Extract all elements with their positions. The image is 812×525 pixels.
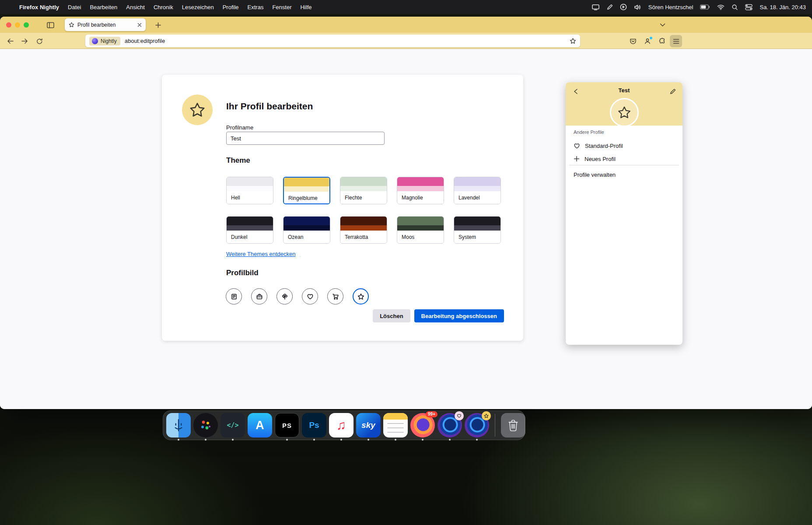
theme-heading: Theme bbox=[226, 156, 250, 165]
trash-icon bbox=[501, 413, 525, 438]
wifi-icon[interactable] bbox=[717, 4, 724, 10]
dock-icon-photoshop-beta[interactable]: PS bbox=[275, 413, 299, 438]
account-icon[interactable] bbox=[641, 35, 654, 47]
dock-icon-app-store[interactable]: A bbox=[248, 413, 272, 438]
theme-card-lavendel[interactable]: Lavendel bbox=[454, 177, 501, 204]
menu-profile[interactable]: Profile bbox=[218, 4, 243, 10]
heart-icon bbox=[574, 143, 580, 149]
theme-label: Dunkel bbox=[227, 231, 273, 243]
theme-card-hell[interactable]: Hell bbox=[226, 177, 273, 204]
tab-close-icon[interactable] bbox=[137, 23, 142, 27]
photoshop-icon: Ps bbox=[302, 413, 326, 438]
theme-card-magnolie[interactable]: Magnolie bbox=[397, 177, 444, 204]
theme-card-ozean[interactable]: Ozean bbox=[283, 216, 330, 244]
dock-icon-trash[interactable] bbox=[501, 413, 525, 438]
dock-icon-firefox[interactable]: 99+ bbox=[410, 413, 435, 438]
new-tab-button[interactable] bbox=[153, 20, 163, 30]
menubar-app-name[interactable]: Firefox Nightly bbox=[15, 4, 63, 10]
theme-strip bbox=[227, 225, 273, 231]
music-note-glyph: ♫ bbox=[336, 418, 346, 433]
done-button[interactable]: Bearbeitung abgeschlossen bbox=[414, 309, 504, 322]
theme-card-flechte[interactable]: Flechte bbox=[340, 177, 387, 204]
theme-strip bbox=[227, 177, 273, 186]
menu-lesezeichen[interactable]: Lesezeichen bbox=[178, 4, 218, 10]
panel-edit-pencil-icon[interactable] bbox=[667, 86, 678, 97]
sky-glyph: sky bbox=[361, 420, 375, 430]
page-content: Ihr Profil bearbeiten Profilname Theme H… bbox=[0, 49, 812, 409]
tab-bar: Profil bearbeiten bbox=[0, 17, 812, 33]
menu-bearbeiten[interactable]: Bearbeiten bbox=[85, 4, 122, 10]
avatar-option-briefcase[interactable] bbox=[251, 288, 267, 304]
identity-badge[interactable]: Nightly bbox=[89, 37, 120, 46]
menu-chronik[interactable]: Chronik bbox=[149, 4, 178, 10]
theme-card-system[interactable]: System bbox=[454, 216, 501, 244]
battery-icon[interactable] bbox=[700, 4, 710, 10]
menu-fenster[interactable]: Fenster bbox=[268, 4, 296, 10]
menu-datei[interactable]: Datei bbox=[63, 4, 85, 10]
bookmark-star-icon[interactable] bbox=[570, 38, 576, 44]
theme-card-terrakotta[interactable]: Terrakotta bbox=[340, 216, 387, 244]
forward-button[interactable] bbox=[18, 35, 31, 47]
delete-button[interactable]: Löschen bbox=[373, 309, 410, 322]
appstore-glyph: A bbox=[256, 419, 264, 432]
url-bar[interactable]: Nightly about:editprofile bbox=[85, 35, 580, 47]
theme-row-2: Dunkel Ozean Terrakotta Moos bbox=[226, 216, 501, 244]
discover-themes-link[interactable]: Weitere Themes entdecken bbox=[226, 251, 296, 257]
menu-ansicht[interactable]: Ansicht bbox=[122, 4, 149, 10]
finder-icon bbox=[166, 413, 191, 438]
dock-icon-notes[interactable] bbox=[383, 413, 408, 438]
avatar-option-flower[interactable] bbox=[276, 288, 293, 304]
theme-strip bbox=[284, 217, 330, 225]
dock-icon-code-editor[interactable]: </> bbox=[220, 413, 245, 438]
dock-icon-music[interactable]: ♫ bbox=[329, 413, 354, 438]
navigation-bar: Nightly about:editprofile bbox=[0, 33, 812, 49]
pocket-icon[interactable] bbox=[627, 35, 639, 47]
close-window-button[interactable] bbox=[6, 22, 11, 28]
profile-name-input[interactable] bbox=[226, 132, 385, 145]
zoom-window-button[interactable] bbox=[24, 22, 29, 28]
avatar-option-cart[interactable] bbox=[327, 288, 343, 304]
menubar-clock[interactable]: Sa. 18. Jän. 20:43 bbox=[760, 4, 806, 10]
list-all-tabs-icon[interactable] bbox=[657, 20, 668, 30]
extensions-icon[interactable] bbox=[656, 35, 668, 47]
theme-strip bbox=[454, 217, 500, 225]
dock-icon-color-sim[interactable] bbox=[193, 413, 218, 438]
search-icon[interactable] bbox=[732, 4, 738, 10]
theme-card-dunkel[interactable]: Dunkel bbox=[226, 216, 273, 244]
screen-mirroring-icon[interactable] bbox=[592, 4, 599, 10]
avatar-option-heart[interactable] bbox=[302, 288, 318, 304]
hamburger-menu-icon[interactable] bbox=[670, 35, 682, 47]
minimize-window-button[interactable] bbox=[15, 22, 20, 28]
edit-profile-card: Ihr Profil bearbeiten Profilname Theme H… bbox=[162, 75, 523, 341]
menu-extras[interactable]: Extras bbox=[243, 4, 268, 10]
sidebar-toggle-icon[interactable] bbox=[45, 20, 56, 30]
dock-separator bbox=[495, 414, 495, 437]
panel-profile-title: Test bbox=[566, 87, 682, 94]
profile-item-standard[interactable]: Standard-Profil bbox=[569, 139, 679, 152]
dock-icon-firefox-nightly-star[interactable] bbox=[465, 413, 489, 438]
profile-item-label: Standard-Profil bbox=[585, 143, 623, 149]
dock-icon-finder[interactable] bbox=[166, 413, 191, 438]
play-status-icon[interactable] bbox=[620, 4, 627, 10]
tab-favicon-star bbox=[69, 22, 74, 28]
manage-profiles-item[interactable]: Profile verwalten bbox=[569, 168, 679, 181]
avatar-option-book[interactable] bbox=[226, 288, 242, 304]
reload-button[interactable] bbox=[33, 35, 46, 47]
menubar-username[interactable]: Sören Hentzschel bbox=[648, 4, 693, 10]
volume-icon[interactable] bbox=[634, 4, 641, 10]
control-center-icon[interactable] bbox=[745, 4, 752, 10]
menu-hilfe[interactable]: Hilfe bbox=[296, 4, 316, 10]
dock-icon-firefox-nightly-heart[interactable] bbox=[438, 413, 462, 438]
theme-card-ringelblume[interactable]: Ringelblume bbox=[283, 177, 330, 204]
back-button[interactable] bbox=[4, 35, 17, 47]
dock-icon-sky[interactable]: sky bbox=[356, 413, 381, 438]
identity-badge-label: Nightly bbox=[101, 38, 117, 44]
pen-icon[interactable] bbox=[606, 4, 613, 10]
avatar-option-star[interactable] bbox=[353, 288, 369, 304]
theme-card-moos[interactable]: Moos bbox=[397, 216, 444, 244]
panel-divider bbox=[569, 165, 679, 165]
theme-strip bbox=[340, 225, 387, 231]
new-profile-item[interactable]: Neues Profil bbox=[569, 152, 679, 165]
tab-profil-bearbeiten[interactable]: Profil bearbeiten bbox=[65, 18, 146, 31]
dock-icon-photoshop[interactable]: Ps bbox=[302, 413, 326, 438]
